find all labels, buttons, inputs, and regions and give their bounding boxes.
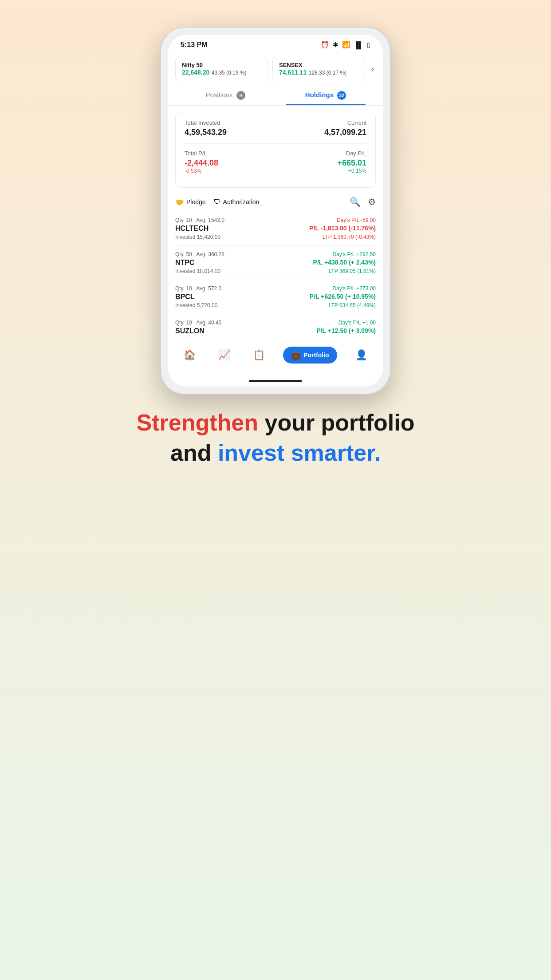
summary-bottom-row: Total P/L -2,444.08 -0.53% Day P/L +665.… (185, 150, 366, 174)
pledge-label: Pledge (186, 198, 206, 205)
current-label: Current (276, 119, 366, 126)
orders-icon: 📋 (253, 349, 265, 361)
holding-day-pl: Day's P/L +1.00 (338, 320, 376, 326)
sensex-price: 74,611.11 (279, 69, 307, 76)
holding-invested: Invested 18,014.00 (175, 268, 220, 274)
holding-item[interactable]: Qty. 10 Avg. 572.0 Day's P/L +273.00 BPC… (175, 280, 376, 314)
profile-icon: 👤 (355, 349, 367, 361)
tagline-strengthen: Strengthen (137, 410, 258, 435)
holding-meta: Qty. 10 Avg. 1542.0 Day's P/L -59.00 (175, 217, 376, 223)
nav-home[interactable]: 🏠 (179, 349, 200, 361)
nav-profile[interactable]: 👤 (351, 349, 372, 361)
tagline-and: and (170, 440, 218, 466)
home-indicator (168, 372, 383, 387)
holding-ltp: LTP 369.05 (1.61%) (329, 268, 376, 274)
sensex-name: SENSEX (279, 62, 358, 68)
day-pl-col: Day P/L +665.01 +0.15% (276, 150, 366, 174)
authorization-button[interactable]: 🛡 Authorization (214, 198, 260, 206)
tagline-line1: Strengthen your portfolio (137, 408, 415, 438)
holding-ltp: LTP 1,360.70 (-0.43%) (323, 234, 376, 240)
home-icon: 🏠 (184, 349, 196, 361)
nifty-name: Nifty 50 (182, 62, 261, 68)
holding-pl: P/L +12.50 (+ 3.09%) (316, 327, 376, 335)
pledge-button[interactable]: 🤝 Pledge (175, 198, 206, 206)
action-left: 🤝 Pledge 🛡 Authorization (175, 198, 259, 206)
home-bar (249, 380, 302, 382)
battery-icon: ▯ (367, 41, 370, 49)
nav-portfolio[interactable]: 💼 Portfolio (283, 347, 337, 364)
tagline-line2: and invest smarter. (137, 438, 415, 468)
holding-day-pl: Day's P/L -59.00 (337, 217, 376, 223)
nifty-card[interactable]: Nifty 50 22,648.20 43.35 (0.19 %) (175, 57, 268, 81)
tagline-invest: invest smarter. (218, 440, 381, 466)
portfolio-icon: 💼 (291, 350, 301, 360)
signal-icon: ▐▌ (354, 41, 363, 49)
holdings-badge: 32 (337, 91, 346, 100)
holding-name: BPCL (175, 293, 195, 301)
action-right: 🔍 ⚙ (350, 197, 376, 207)
positions-badge: 9 (236, 91, 245, 100)
market-row: Nifty 50 22,648.20 43.35 (0.19 %) SENSEX… (168, 52, 383, 86)
holdings-list: Qty. 10 Avg. 1542.0 Day's P/L -59.00 HCL… (168, 212, 383, 342)
holding-item[interactable]: Qty. 50 Avg. 360.28 Day's P/L +292.50 NT… (175, 246, 376, 280)
tabs-row: Positions 9 Holdings 32 (168, 86, 383, 106)
chart-icon: 📈 (218, 349, 230, 361)
day-pl-pct: +0.15% (276, 168, 366, 174)
nav-orders[interactable]: 📋 (248, 349, 269, 361)
alarm-icon: ⏰ (321, 41, 329, 49)
nifty-price: 22,648.20 (182, 69, 209, 76)
holding-invested-ltp: Invested 15,420.00 LTP 1,360.70 (-0.43%) (175, 234, 376, 240)
filter-button[interactable]: ⚙ (368, 197, 376, 207)
total-invested-col: Total Invested 4,59,543.29 (185, 119, 276, 137)
holding-meta: Qty. 10 Avg. 572.0 Day's P/L +273.00 (175, 285, 376, 292)
search-button[interactable]: 🔍 (350, 197, 361, 207)
total-invested-label: Total Invested (185, 119, 276, 126)
sensex-card[interactable]: SENSEX 74,611.11 128.33 (0.17 %) (272, 57, 365, 81)
summary-card: Total Invested 4,59,543.29 Current 4,57,… (175, 112, 376, 188)
current-value: 4,57,099.21 (276, 128, 366, 137)
holding-invested: Invested 15,420.00 (175, 234, 220, 240)
total-invested-value: 4,59,543.29 (185, 128, 276, 137)
holding-qty-avg: Qty. 10 Avg. 1542.0 (175, 217, 224, 223)
nav-chart[interactable]: 📈 (214, 349, 235, 361)
action-row: 🤝 Pledge 🛡 Authorization 🔍 ⚙ (168, 194, 383, 212)
holding-qty-avg: Qty. 50 Avg. 360.28 (175, 251, 224, 257)
total-pl-col: Total P/L -2,444.08 -0.53% (185, 150, 276, 174)
holding-name: HCLTECH (175, 225, 209, 233)
holding-pl: P/L +626.50 (+ 10.95%) (310, 293, 376, 301)
status-time: 5:13 PM (181, 41, 207, 49)
wifi-icon: 📶 (342, 41, 350, 49)
bluetooth-icon: ✱ (333, 41, 338, 49)
phone-frame: 5:13 PM ⏰ ✱ 📶 ▐▌ ▯ Nifty 50 22,648.20 43… (160, 27, 391, 395)
total-pl-value: -2,444.08 (185, 158, 276, 168)
holding-item[interactable]: Qty. 10 Avg. 1542.0 Day's P/L -59.00 HCL… (175, 212, 376, 246)
holding-qty-avg: Qty. 10 Avg. 40.45 (175, 320, 221, 326)
phone-screen: 5:13 PM ⏰ ✱ 📶 ▐▌ ▯ Nifty 50 22,648.20 43… (168, 35, 383, 387)
market-arrow[interactable]: › (370, 64, 376, 74)
authorization-icon: 🛡 (214, 198, 221, 206)
holding-meta: Qty. 10 Avg. 40.45 Day's P/L +1.00 (175, 320, 376, 326)
holding-invested-ltp: Invested 18,014.00 LTP 369.05 (1.61%) (175, 268, 376, 274)
tab-holdings[interactable]: Holdings 32 (276, 86, 376, 105)
summary-top-row: Total Invested 4,59,543.29 Current 4,57,… (185, 119, 366, 137)
holding-pl: P/L -1,813.00 (-11.76%) (309, 225, 376, 233)
authorization-label: Authorization (223, 198, 260, 205)
pledge-icon: 🤝 (175, 198, 184, 206)
holding-ltp: LTP 634.65 (4.49%) (329, 302, 376, 308)
tagline-section: Strengthen your portfolio and invest sma… (119, 408, 433, 468)
holding-name: SUZLON (175, 327, 205, 335)
total-pl-label: Total P/L (185, 150, 276, 157)
day-pl-value: +665.01 (276, 158, 366, 168)
status-icons: ⏰ ✱ 📶 ▐▌ ▯ (321, 41, 370, 49)
holding-meta: Qty. 50 Avg. 360.28 Day's P/L +292.50 (175, 251, 376, 257)
bottom-nav: 🏠 📈 📋 💼 Portfolio 👤 (168, 342, 383, 372)
holding-invested-ltp: Invested 5,720.00 LTP 634.65 (4.49%) (175, 302, 376, 308)
current-col: Current 4,57,099.21 (276, 119, 366, 137)
tagline-your-portfolio: your portfolio (258, 410, 414, 435)
holding-name: NTPC (175, 259, 195, 267)
tab-positions[interactable]: Positions 9 (175, 86, 276, 105)
holding-item[interactable]: Qty. 10 Avg. 40.45 Day's P/L +1.00 SUZLO… (175, 314, 376, 342)
status-bar: 5:13 PM ⏰ ✱ 📶 ▐▌ ▯ (168, 35, 383, 52)
total-pl-pct: -0.53% (185, 168, 276, 174)
holding-day-pl: Day's P/L +273.00 (332, 285, 376, 292)
